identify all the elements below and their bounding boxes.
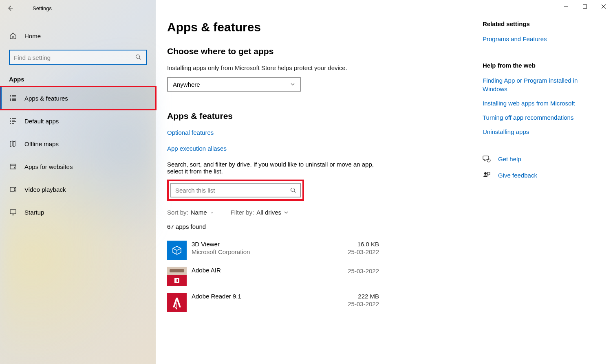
maximize-button[interactable] (576, 0, 594, 13)
apps-websites-icon (9, 162, 17, 171)
help-link-uninstalling[interactable]: Uninstalling apps (483, 127, 601, 136)
related-settings-section: Related settings Programs and Features (483, 20, 601, 43)
window-controls (557, 0, 613, 13)
video-playback-icon (9, 185, 17, 193)
app-source-dropdown[interactable]: Anywhere (167, 77, 301, 92)
app-row[interactable]: Adobe Reader 9.1 222 MB 25-03-2022 (167, 289, 379, 316)
page-title: Apps & features (167, 20, 466, 34)
sidebar-item-label: Offline maps (24, 140, 59, 147)
home-label: Home (24, 33, 41, 39)
app-size: 222 MB (348, 293, 379, 300)
close-button[interactable] (594, 0, 613, 13)
sidebar-category: Apps (9, 76, 147, 83)
give-feedback-row[interactable]: Give feedback (483, 171, 601, 179)
app-name: Adobe AIR (192, 267, 348, 274)
sidebar-item-startup[interactable]: Startup (0, 201, 156, 224)
startup-icon (9, 208, 17, 216)
app-info: 3D Viewer Microsoft Corporation (192, 241, 348, 255)
svg-point-0 (136, 55, 140, 59)
app-meta: 222 MB 25-03-2022 (348, 293, 379, 307)
find-setting-search[interactable] (9, 50, 147, 65)
default-apps-icon (9, 117, 17, 125)
search-list-highlight: Search this list (167, 180, 304, 201)
app-icon (167, 241, 187, 260)
related-settings-heading: Related settings (483, 20, 601, 27)
sort-value: Name (191, 209, 207, 216)
offline-maps-icon (9, 140, 17, 148)
section-choose-heading: Choose where to get apps (167, 46, 466, 56)
sidebar-item-label: Video playback (24, 186, 66, 193)
app-row[interactable]: 3D Viewer Microsoft Corporation 16.0 KB … (167, 237, 379, 263)
window-title: Settings (33, 5, 52, 11)
filter-label: Filter by: (231, 209, 254, 216)
maximize-icon (583, 4, 587, 9)
app-icon (167, 293, 187, 312)
chevron-down-icon (209, 210, 214, 215)
help-link-installing[interactable]: Installing web apps from Microsoft (483, 99, 601, 107)
sidebar-item-label: Startup (24, 209, 44, 216)
back-button[interactable] (4, 2, 16, 14)
svg-rect-2 (10, 187, 14, 191)
search-icon (290, 187, 296, 193)
app-list: 3D Viewer Microsoft Corporation 16.0 KB … (167, 237, 466, 316)
app-meta: 16.0 KB 25-03-2022 (348, 241, 379, 255)
arrow-left-icon (7, 5, 13, 11)
optional-features-link[interactable]: Optional features (167, 129, 466, 136)
help-web-section: Help from the web Finding App or Program… (483, 62, 601, 136)
sidebar-item-apps-websites[interactable]: Apps for websites (0, 155, 156, 178)
get-help-row[interactable]: Get help (483, 155, 601, 163)
titlebar: Settings (0, 0, 156, 16)
svg-rect-3 (10, 210, 16, 214)
sidebar-item-apps-features[interactable]: Apps & features (0, 87, 156, 110)
minimize-button[interactable] (557, 0, 576, 13)
give-feedback-link: Give feedback (498, 172, 537, 179)
section-apps-heading: Apps & features (167, 111, 466, 121)
app-meta: 25-03-2022 (348, 267, 379, 274)
app-name: Adobe Reader 9.1 (192, 293, 348, 300)
filter-instructions: Search, sort, and filter by drive. If yo… (167, 161, 379, 175)
sidebar-item-video-playback[interactable]: Video playback (0, 178, 156, 201)
apps-features-icon (9, 94, 17, 102)
sidebar: Settings Home Apps Apps & features Defau… (0, 0, 156, 364)
sidebar-item-offline-maps[interactable]: Offline maps (0, 132, 156, 155)
help-web-heading: Help from the web (483, 62, 601, 69)
app-date: 25-03-2022 (348, 300, 379, 307)
home-nav[interactable]: Home (0, 24, 156, 47)
dropdown-value: Anywhere (173, 81, 200, 88)
search-list-input[interactable]: Search this list (170, 183, 301, 197)
help-link-finding[interactable]: Finding App or Program installed in Wind… (483, 76, 601, 93)
sort-filter-row: Sort by: Name Filter by: All drives (167, 209, 466, 216)
svg-point-4 (291, 188, 295, 192)
app-execution-aliases-link[interactable]: App execution aliases (167, 145, 466, 152)
app-date: 25-03-2022 (348, 268, 379, 274)
give-feedback-icon (483, 171, 491, 179)
sort-label: Sort by: (167, 209, 188, 216)
content: Apps & features Choose where to get apps… (156, 0, 483, 364)
chevron-down-icon (290, 82, 295, 87)
chevron-down-icon (284, 210, 289, 215)
svg-point-12 (484, 172, 487, 175)
app-publisher: Microsoft Corporation (192, 248, 348, 255)
get-help-link: Get help (498, 156, 521, 162)
svg-text:4: 4 (176, 278, 179, 283)
sidebar-item-default-apps[interactable]: Default apps (0, 110, 156, 132)
app-row[interactable]: 4 Adobe AIR 25-03-2022 (167, 263, 379, 289)
sidebar-item-label: Apps & features (24, 95, 68, 102)
filter-by-control[interactable]: Filter by: All drives (231, 209, 289, 216)
app-size: 16.0 KB (348, 241, 379, 248)
app-icon: 4 (167, 267, 187, 286)
app-date: 25-03-2022 (348, 248, 379, 255)
app-name: 3D Viewer (192, 241, 348, 248)
filter-value: All drives (256, 209, 281, 216)
close-icon (602, 4, 606, 9)
svg-rect-7 (170, 269, 184, 272)
find-setting-input[interactable] (14, 54, 135, 61)
main: Apps & features Choose where to get apps… (156, 0, 613, 364)
app-info: Adobe AIR (192, 267, 348, 274)
help-link-recommendations[interactable]: Turning off app recommendations (483, 113, 601, 122)
search-list-placeholder: Search this list (175, 187, 290, 194)
sidebar-item-label: Default apps (24, 118, 59, 125)
search-icon (135, 54, 142, 61)
sort-by-control[interactable]: Sort by: Name (167, 209, 214, 216)
programs-features-link[interactable]: Programs and Features (483, 35, 601, 43)
